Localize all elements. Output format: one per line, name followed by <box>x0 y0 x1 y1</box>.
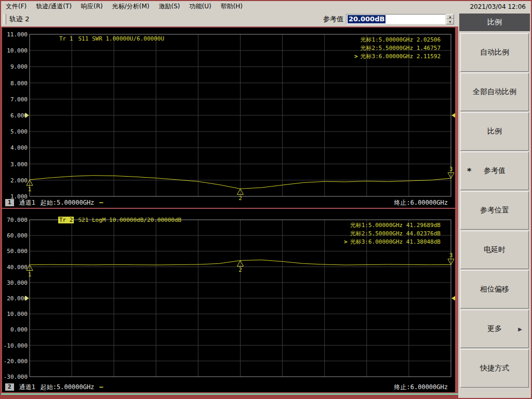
marker-number: 1 <box>28 271 32 278</box>
y-axis-tick: 30.000 <box>2 280 28 286</box>
y-axis-tick: 70.000 <box>2 217 28 223</box>
menu-item[interactable]: 光标/分析(M) <box>108 1 154 12</box>
softkey-8[interactable]: 更多▶ <box>460 310 529 348</box>
softkey-label: 比例 <box>487 127 502 136</box>
marker-number: 3 <box>449 166 453 172</box>
marker-readout: >光标3:6.00000GHz 2.11592 <box>354 52 441 61</box>
channel-label: 通道1 <box>19 383 35 392</box>
channel-badge: 2 <box>5 383 14 391</box>
softkey-1[interactable]: 自动比例 <box>460 33 529 72</box>
clock: 2021/03/04 12:06 <box>470 3 531 10</box>
softkey-2[interactable]: 全部自动比例 <box>460 73 529 111</box>
start-frequency: 起始:5.00000GHz <box>41 198 94 207</box>
y-axis-tick: 40.000 <box>2 264 28 271</box>
y-axis-tick: 10.000 <box>2 47 28 54</box>
marker-readout-text: 光标1:5.00000GHz 41.29689dB <box>350 222 441 229</box>
y-axis-tick: 3.000 <box>2 161 28 168</box>
softkey-label: 自动比例 <box>480 48 509 57</box>
y-axis-tick: 5.000 <box>2 128 28 135</box>
marker-readout-text: 光标2:5.50000GHz 44.02376dB <box>350 230 441 237</box>
plot1-header: Tr 1S11 SWR 1.00000U/6.00000U <box>31 29 164 49</box>
y-axis-tick: 8.000 <box>2 80 28 87</box>
marker-number: 1 <box>28 186 32 193</box>
softkey-label: 相位偏移 <box>480 285 509 294</box>
menu-item[interactable]: 响应(R) <box>76 1 108 12</box>
marker-readout-text: 光标1:5.00000GHz 2.02506 <box>361 36 441 43</box>
y-axis-tick: 60.000 <box>2 232 28 239</box>
marker-readout-text: 光标2:5.50000GHz 1.46757 <box>361 45 441 51</box>
stop-frequency: 终止:6.00000GHz <box>394 198 448 207</box>
trace2-badge[interactable]: Tr 2 <box>58 217 74 223</box>
ref-value-label: 参考值 <box>323 15 343 24</box>
menu-item[interactable]: 激励(S) <box>154 1 184 12</box>
softkey-panel-header: 比例 <box>459 14 530 31</box>
plots-region: 123 Tr 1S11 SWR 1.00000U/6.00000U 光标1:5.… <box>1 26 458 393</box>
y-axis-tick: 9.000 <box>2 63 28 70</box>
submenu-arrow-icon: ▶ <box>518 326 522 332</box>
active-trace-title: 轨迹 2 <box>8 15 29 24</box>
softkey-3[interactable]: 比例 <box>460 112 529 151</box>
y-axis-tick: 7.000 <box>2 96 28 103</box>
plot-tr1-swr: 123 Tr 1S11 SWR 1.00000U/6.00000U 光标1:5.… <box>2 28 455 208</box>
plot2-marker-readouts: 光标1:5.00000GHz 41.29689dB光标2:5.50000GHz … <box>344 221 441 246</box>
channel-badge: 1 <box>5 199 14 206</box>
y-axis-tick: 0.000 <box>2 326 28 333</box>
y-axis-tick: 2.000 <box>2 177 28 184</box>
menu-bar: 文件(F)轨迹/通道(T)响应(R)光标/分析(M)激励(S)功能(U)帮助(H… <box>1 1 531 12</box>
softkey-label: 电延时 <box>484 245 506 255</box>
softkey-4[interactable]: *参考值 <box>460 152 529 190</box>
softkey-7[interactable]: 相位偏移 <box>460 270 529 309</box>
marker-readout-text: 光标3:6.00000GHz 2.11592 <box>361 53 441 60</box>
stop-frequency: 终止:6.00000GHz <box>394 383 448 392</box>
start-frequency: 起始:5.00000GHz <box>41 383 94 392</box>
marker-readout: 光标2:5.50000GHz 44.02376dB <box>344 230 441 238</box>
softkey-6[interactable]: 电延时 <box>460 231 529 269</box>
y-axis-tick: 20.000 <box>2 295 28 302</box>
toolbar-grip-icon <box>4 14 6 24</box>
y-axis-tick: 4.000 <box>2 144 28 151</box>
y-axis-tick: -10.000 <box>2 342 28 349</box>
menu-item[interactable]: 文件(F) <box>1 1 31 12</box>
marker-number: 2 <box>238 267 242 273</box>
spin-up-button[interactable]: ▲ <box>446 14 454 19</box>
menu-item[interactable]: 轨迹/通道(T) <box>31 1 76 12</box>
plot2-status-bar: 2 通道1 起始:5.00000GHz — 终止:6.00000GHz <box>5 383 452 391</box>
plot2-header: Tr 2S21 LogM 10.00000dB/20.00000dB <box>31 210 181 230</box>
plot1-marker-readouts: 光标1:5.00000GHz 2.02506光标2:5.50000GHz 1.4… <box>354 36 441 61</box>
app-window: 文件(F)轨迹/通道(T)响应(R)光标/分析(M)激励(S)功能(U)帮助(H… <box>0 0 532 399</box>
softkey-5[interactable]: 参考位置 <box>460 191 529 230</box>
sweep-indicator-icon: — <box>99 383 103 391</box>
ref-level-right-arrow-icon[interactable] <box>451 113 455 118</box>
softkey-label: 更多 <box>487 324 502 334</box>
softkey-label: 参考位置 <box>480 206 509 215</box>
plot-tr2-logm: 123 Tr 2S21 LogM 10.00000dB/20.00000dB 光… <box>2 209 455 392</box>
ref-level-right-arrow-icon[interactable] <box>451 296 455 301</box>
active-star-icon: * <box>467 166 471 176</box>
trace1-badge[interactable]: Tr 1 <box>58 35 74 42</box>
softkey-label: 参考值 <box>484 166 506 176</box>
marker-readout: 光标1:5.00000GHz 41.29689dB <box>344 221 441 230</box>
y-axis-tick: 11.000 <box>2 31 28 38</box>
menu-item[interactable]: 帮助(H) <box>216 1 247 12</box>
marker-number: 3 <box>449 252 453 259</box>
y-axis-tick: 6.000 <box>2 112 28 119</box>
sweep-indicator-icon: — <box>99 199 103 206</box>
ref-value-group: 参考值 20.000dB ▲ ▼ <box>323 14 454 24</box>
spin-down-button[interactable]: ▼ <box>446 19 454 24</box>
trace2-measurement: S21 LogM 10.00000dB/20.00000dB <box>78 217 181 223</box>
softkey-9[interactable]: 快捷方式 <box>460 349 529 388</box>
bottom-accent-line <box>1 393 458 395</box>
ref-value-input[interactable]: 20.000dB <box>346 14 446 24</box>
y-axis-tick: -20.000 <box>2 358 28 365</box>
y-axis-tick: 50.000 <box>2 248 28 255</box>
marker-readout: 光标1:5.00000GHz 2.02506 <box>354 36 441 44</box>
menu-bar-items: 文件(F)轨迹/通道(T)响应(R)光标/分析(M)激励(S)功能(U)帮助(H… <box>1 1 247 12</box>
selected-marker-arrow-icon: > <box>354 53 358 60</box>
toolbar: 轨迹 2 参考值 20.000dB ▲ ▼ <box>1 12 458 26</box>
softkey-label: 全部自动比例 <box>473 87 516 97</box>
marker-readout: >光标3:6.00000GHz 41.38048dB <box>344 238 441 246</box>
ref-value-spinner: ▲ ▼ <box>446 14 454 24</box>
softkey-panel: 比例 自动比例全部自动比例比例*参考值参考位置电延时相位偏移更多▶快捷方式 <box>458 12 531 398</box>
menu-item[interactable]: 功能(U) <box>184 1 216 12</box>
y-axis-tick: 10.000 <box>2 311 28 317</box>
